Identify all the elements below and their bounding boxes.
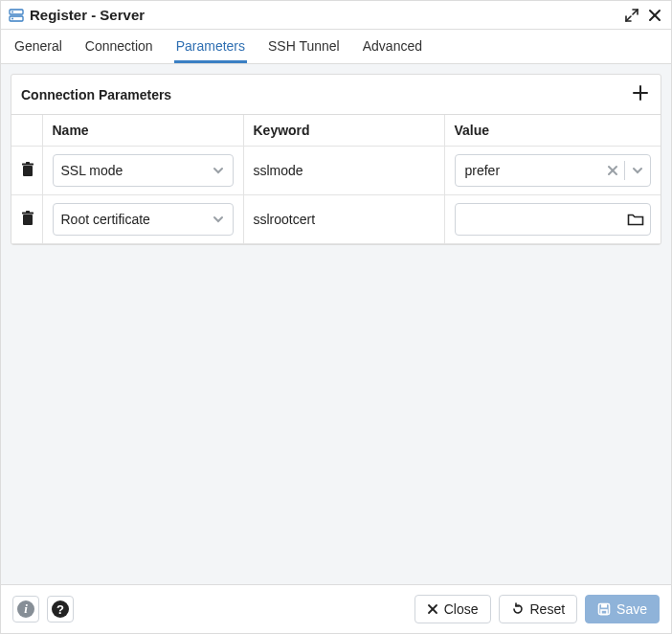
svg-rect-4 [23, 166, 33, 176]
delete-row-button[interactable] [21, 211, 34, 226]
svg-rect-12 [601, 610, 607, 615]
folder-icon[interactable] [627, 212, 644, 227]
add-row-button[interactable] [630, 82, 651, 106]
close-button[interactable]: Close [414, 595, 491, 623]
close-window-icon[interactable] [648, 9, 661, 22]
tab-label: General [14, 38, 62, 54]
window-title: Register - Server [30, 7, 145, 23]
info-icon: i [17, 600, 34, 618]
save-button-label: Save [616, 601, 647, 617]
connection-parameters-panel: Connection Parameters Name Keyword Value [11, 74, 661, 245]
reset-icon [511, 602, 525, 616]
info-button[interactable]: i [12, 596, 39, 623]
dialog-footer: i ? Close Reset Save [1, 584, 671, 633]
column-header-keyword: Keyword [243, 115, 444, 147]
value-file-input[interactable] [455, 203, 652, 236]
svg-point-2 [11, 11, 13, 12]
title-bar: Register - Server [1, 1, 671, 30]
value-select[interactable]: prefer [455, 154, 652, 187]
panel-title: Connection Parameters [21, 87, 171, 102]
table-row: SSL mode sslmode prefer [11, 147, 661, 195]
dialog-body: Connection Parameters Name Keyword Value [1, 64, 671, 584]
svg-rect-7 [23, 215, 33, 225]
help-icon: ? [52, 600, 69, 618]
name-select[interactable]: Root certificate [53, 203, 234, 236]
help-button[interactable]: ? [47, 596, 74, 623]
save-button[interactable]: Save [585, 595, 660, 623]
name-select-value: SSL mode [61, 163, 212, 178]
reset-button-label: Reset [530, 601, 566, 617]
name-select[interactable]: SSL mode [53, 154, 234, 187]
tab-parameters[interactable]: Parameters [174, 31, 247, 62]
reset-button[interactable]: Reset [499, 595, 578, 623]
tab-label: SSH Tunnel [268, 38, 340, 54]
clear-icon[interactable] [607, 165, 618, 176]
tab-ssh-tunnel[interactable]: SSH Tunnel [266, 31, 342, 62]
chevron-down-icon [212, 164, 225, 177]
table-row: Root certificate sslrootcert [11, 195, 661, 244]
delete-row-button[interactable] [21, 162, 34, 177]
name-select-value: Root certificate [61, 212, 212, 227]
close-icon [427, 603, 438, 615]
chevron-down-icon [212, 213, 225, 226]
column-header-value: Value [444, 115, 661, 147]
tab-connection[interactable]: Connection [83, 31, 155, 62]
divider [624, 161, 625, 180]
tab-advanced[interactable]: Advanced [361, 31, 424, 62]
column-header-name: Name [42, 115, 243, 147]
parameters-table: Name Keyword Value SSL mode [11, 115, 661, 244]
tab-bar: General Connection Parameters SSH Tunnel… [1, 30, 671, 64]
svg-rect-9 [26, 211, 30, 213]
save-icon [597, 602, 611, 616]
svg-point-3 [11, 17, 13, 19]
tab-label: Advanced [363, 38, 422, 54]
tab-general[interactable]: General [12, 31, 64, 62]
keyword-value: sslmode [254, 163, 303, 178]
close-button-label: Close [444, 601, 479, 617]
chevron-down-icon[interactable] [631, 164, 644, 177]
server-icon [9, 8, 24, 23]
expand-icon[interactable] [625, 9, 638, 22]
tab-label: Parameters [176, 38, 245, 54]
svg-rect-6 [26, 162, 30, 164]
tab-label: Connection [85, 38, 153, 54]
keyword-value: sslrootcert [254, 212, 316, 227]
table-header-row: Name Keyword Value [11, 115, 661, 147]
value-select-text: prefer [465, 163, 602, 178]
svg-rect-11 [601, 604, 607, 608]
